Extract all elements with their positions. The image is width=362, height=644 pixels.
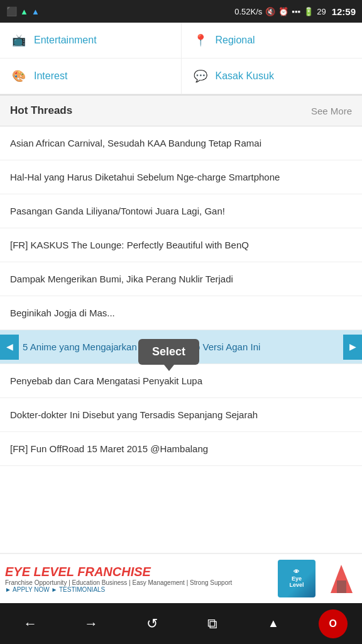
back-icon: ← <box>23 616 37 632</box>
thread-text: Penyebab dan Cara Mengatasi Penyakit Lup… <box>10 375 202 386</box>
thread-text: Asian African Carnival, Sesudah KAA Band… <box>10 138 261 148</box>
tabs-button[interactable]: ⧉ <box>197 608 228 640</box>
tabs-icon: ⧉ <box>207 616 217 632</box>
thread-item-highlighted[interactable]: 5 Anime yang Mengajarkan Tentang Hidup V… <box>0 330 362 364</box>
hot-threads-header: Hot Threads See More <box>0 95 362 126</box>
thread-text: [FR] KASKUS The Lounge: Perfectly Beauti… <box>10 240 249 250</box>
arrow-left-icon[interactable] <box>0 335 19 360</box>
status-right: 0.52K/s 🔇 ⏰ ▪▪▪ 🔋 29 12:59 <box>234 6 356 17</box>
regional-label: Regional <box>216 35 255 46</box>
entertainment-label: Entertainment <box>34 35 97 46</box>
thread-item[interactable]: Dokter-dokter Ini Disebut yang Tersadis … <box>0 398 362 432</box>
thread-item[interactable]: Penyebab dan Cara Mengatasi Penyakit Lup… <box>0 364 362 398</box>
nav-row-1: 📺 Entertainment 📍 Regional <box>0 23 362 58</box>
ad-subtitle: Franchise Opportunity | Education Busine… <box>5 579 268 586</box>
tv-icon: 📺 <box>10 31 28 49</box>
thread-item[interactable]: Asian African Carnival, Sesudah KAA Band… <box>0 126 362 160</box>
kasak-kusuk-label: Kasak Kusuk <box>216 70 274 82</box>
status-bar: ⬛ ▲ ▲ 0.52K/s 🔇 ⏰ ▪▪▪ 🔋 29 12:59 <box>0 0 362 23</box>
hot-threads-title: Hot Threads <box>10 104 72 117</box>
location-icon: 📍 <box>192 31 209 49</box>
thread-text: [FR] Fun OffRoad 15 Maret 2015 @Hambalan… <box>10 443 208 454</box>
thread-item[interactable]: Hal-Hal yang Harus Diketahui Sebelum Nge… <box>0 160 362 194</box>
nav-categories: 📺 Entertainment 📍 Regional 🎨 Interest 💬 … <box>0 23 362 95</box>
opera-icon: O <box>329 618 336 630</box>
signal-icon: ▪▪▪ <box>292 7 300 16</box>
thread-text: Pasangan Ganda Liliyana/Tontowi Juara La… <box>10 206 225 216</box>
opera-button[interactable]: O <box>319 609 348 638</box>
refresh-button[interactable]: ↺ <box>136 608 168 640</box>
arrow-right-icon[interactable] <box>343 335 362 360</box>
time-display: 12:59 <box>332 6 356 17</box>
thread-text: Beginikah Jogja di Mas... <box>10 308 115 318</box>
ad-logo: 👁EyeLevel <box>278 560 315 597</box>
see-more-button[interactable]: See More <box>311 106 352 116</box>
nav-regional[interactable]: 📍 Regional <box>182 23 363 58</box>
battery-icon: 🔋 <box>304 7 314 16</box>
shield-icon1: ▲ <box>20 7 28 16</box>
svg-rect-1 <box>337 580 346 593</box>
back-button[interactable]: ← <box>14 608 46 640</box>
thread-item[interactable]: Beginikah Jogja di Mas... <box>0 296 362 330</box>
interest-icon: 🎨 <box>10 67 28 85</box>
refresh-icon: ↺ <box>146 616 158 632</box>
ad-shape <box>326 560 357 597</box>
forward-icon: → <box>84 616 98 632</box>
thread-item[interactable]: Dampak Mengerikan Bumi, Jika Perang Nukl… <box>0 262 362 296</box>
ad-text-block: EYE LEVEL FRANCHISE Franchise Opportunit… <box>5 565 268 593</box>
battery-level: 29 <box>317 7 326 16</box>
status-left: ⬛ ▲ ▲ <box>6 6 40 16</box>
alarm-icon: ⏰ <box>278 7 288 16</box>
speed-indicator: 0.52K/s <box>234 7 262 16</box>
thread-item[interactable]: Pasangan Ganda Liliyana/Tontowi Juara La… <box>0 194 362 228</box>
ad-title: EYE LEVEL FRANCHISE <box>5 565 268 579</box>
thread-text: Dokter-dokter Ini Disebut yang Tersadis … <box>10 409 258 420</box>
forward-button[interactable]: → <box>75 608 107 640</box>
thread-item[interactable]: [FR] Fun OffRoad 15 Maret 2015 @Hambalan… <box>0 432 362 466</box>
nav-kasak-kusuk[interactable]: 💬 Kasak Kusuk <box>182 58 363 94</box>
chevron-up-button[interactable]: ▲ <box>258 608 289 640</box>
bb-icon: ⬛ <box>6 6 17 16</box>
nav-row-2: 🎨 Interest 💬 Kasak Kusuk <box>0 58 362 94</box>
thread-list: Asian African Carnival, Sesudah KAA Band… <box>0 126 362 466</box>
nav-entertainment[interactable]: 📺 Entertainment <box>0 23 182 58</box>
thread-text: 5 Anime yang Mengajarkan Tentang Hidup V… <box>23 341 260 352</box>
thread-item[interactable]: [FR] KASKUS The Lounge: Perfectly Beauti… <box>0 228 362 262</box>
bottom-nav: ← → ↺ ⧉ ▲ O <box>0 603 362 644</box>
thread-text: Hal-Hal yang Harus Diketahui Sebelum Nge… <box>10 172 280 182</box>
interest-label: Interest <box>34 70 67 82</box>
chat-icon: 💬 <box>192 67 209 85</box>
ad-logo-text: 👁EyeLevel <box>289 569 304 589</box>
thread-text: Dampak Mengerikan Bumi, Jika Perang Nukl… <box>10 274 233 284</box>
ad-banner[interactable]: EYE LEVEL FRANCHISE Franchise Opportunit… <box>0 553 362 603</box>
mute-icon: 🔇 <box>265 7 275 16</box>
nav-interest[interactable]: 🎨 Interest <box>0 58 182 94</box>
ad-links[interactable]: ► APPLY NOW ► TESTIMONIALS <box>5 586 268 593</box>
chevron-up-icon: ▲ <box>268 617 279 630</box>
shield-icon2: ▲ <box>31 7 40 16</box>
